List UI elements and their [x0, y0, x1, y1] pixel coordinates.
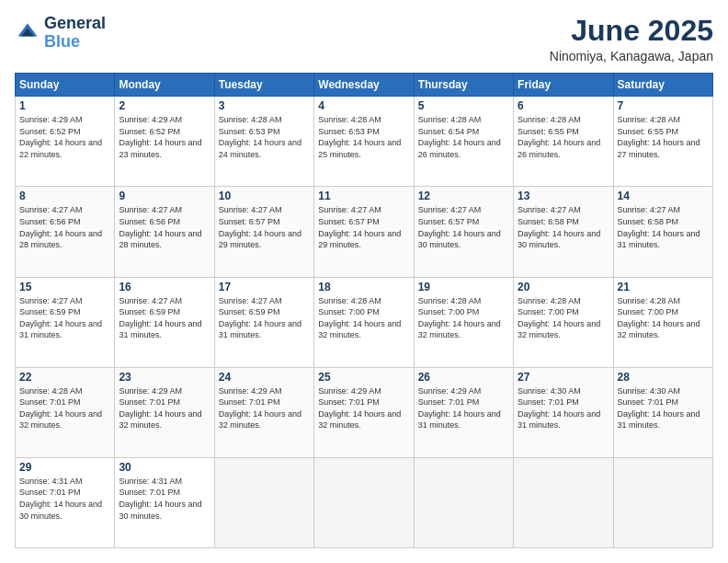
day-number: 11: [318, 190, 409, 202]
table-row: 27 Sunrise: 4:30 AM Sunset: 7:01 PM Dayl…: [514, 367, 613, 457]
table-row: 19 Sunrise: 4:28 AM Sunset: 7:00 PM Dayl…: [414, 277, 513, 367]
day-number: 8: [19, 190, 110, 202]
day-info: Sunrise: 4:28 AM Sunset: 7:00 PM Dayligh…: [418, 295, 509, 341]
day-info: Sunrise: 4:27 AM Sunset: 6:57 PM Dayligh…: [418, 204, 509, 250]
day-number: 15: [19, 281, 110, 293]
table-row: 16 Sunrise: 4:27 AM Sunset: 6:59 PM Dayl…: [115, 277, 214, 367]
day-info: Sunrise: 4:27 AM Sunset: 6:58 PM Dayligh…: [518, 204, 609, 250]
day-info: Sunrise: 4:27 AM Sunset: 6:56 PM Dayligh…: [19, 204, 110, 250]
page: General Blue June 2025 Ninomiya, Kanagaw…: [0, 0, 728, 563]
day-number: 27: [518, 371, 609, 384]
col-friday: Friday: [514, 74, 613, 97]
day-number: 2: [119, 99, 210, 112]
table-row: 10 Sunrise: 4:27 AM Sunset: 6:57 PM Dayl…: [214, 187, 313, 277]
table-row: 30 Sunrise: 4:31 AM Sunset: 7:01 PM Dayl…: [115, 457, 214, 547]
day-info: Sunrise: 4:27 AM Sunset: 6:57 PM Dayligh…: [318, 204, 409, 250]
table-row: [514, 457, 613, 547]
day-number: 28: [618, 371, 709, 384]
table-row: 6 Sunrise: 4:28 AM Sunset: 6:55 PM Dayli…: [514, 97, 613, 187]
day-info: Sunrise: 4:27 AM Sunset: 6:59 PM Dayligh…: [219, 295, 310, 341]
table-row: 18 Sunrise: 4:28 AM Sunset: 7:00 PM Dayl…: [314, 277, 414, 367]
col-sunday: Sunday: [16, 74, 115, 97]
table-row: 4 Sunrise: 4:28 AM Sunset: 6:53 PM Dayli…: [314, 97, 414, 187]
day-number: 5: [418, 99, 509, 112]
day-number: 30: [119, 461, 210, 474]
page-subtitle: Ninomiya, Kanagawa, Japan: [550, 49, 713, 63]
day-info: Sunrise: 4:29 AM Sunset: 7:01 PM Dayligh…: [219, 385, 310, 431]
day-info: Sunrise: 4:28 AM Sunset: 7:00 PM Dayligh…: [518, 295, 609, 341]
day-number: 22: [19, 371, 110, 384]
day-number: 4: [318, 99, 409, 112]
day-number: 29: [19, 461, 110, 474]
table-row: 13 Sunrise: 4:27 AM Sunset: 6:58 PM Dayl…: [514, 187, 613, 277]
day-number: 12: [418, 190, 509, 202]
day-info: Sunrise: 4:27 AM Sunset: 6:57 PM Dayligh…: [219, 204, 310, 250]
day-number: 19: [418, 281, 509, 293]
day-info: Sunrise: 4:27 AM Sunset: 6:59 PM Dayligh…: [119, 295, 210, 341]
table-row: 24 Sunrise: 4:29 AM Sunset: 7:01 PM Dayl…: [214, 367, 313, 457]
table-row: 7 Sunrise: 4:28 AM Sunset: 6:55 PM Dayli…: [613, 97, 712, 187]
table-row: 2 Sunrise: 4:29 AM Sunset: 6:52 PM Dayli…: [115, 97, 214, 187]
table-row: 5 Sunrise: 4:28 AM Sunset: 6:54 PM Dayli…: [414, 97, 513, 187]
day-info: Sunrise: 4:29 AM Sunset: 7:01 PM Dayligh…: [318, 385, 409, 431]
day-number: 20: [518, 281, 609, 293]
col-monday: Monday: [115, 74, 214, 97]
table-row: 3 Sunrise: 4:28 AM Sunset: 6:53 PM Dayli…: [214, 97, 313, 187]
day-info: Sunrise: 4:28 AM Sunset: 7:00 PM Dayligh…: [618, 295, 709, 341]
day-info: Sunrise: 4:30 AM Sunset: 7:01 PM Dayligh…: [618, 385, 709, 431]
title-block: June 2025 Ninomiya, Kanagawa, Japan: [550, 15, 713, 63]
calendar-week-row: 15 Sunrise: 4:27 AM Sunset: 6:59 PM Dayl…: [16, 277, 713, 367]
table-row: 15 Sunrise: 4:27 AM Sunset: 6:59 PM Dayl…: [16, 277, 115, 367]
day-info: Sunrise: 4:28 AM Sunset: 7:00 PM Dayligh…: [318, 295, 409, 341]
day-info: Sunrise: 4:28 AM Sunset: 6:55 PM Dayligh…: [618, 114, 709, 160]
day-info: Sunrise: 4:28 AM Sunset: 7:01 PM Dayligh…: [19, 385, 110, 431]
table-row: [314, 457, 414, 547]
day-number: 13: [518, 190, 609, 202]
table-row: 11 Sunrise: 4:27 AM Sunset: 6:57 PM Dayl…: [314, 187, 414, 277]
header: General Blue June 2025 Ninomiya, Kanagaw…: [15, 15, 713, 63]
table-row: 20 Sunrise: 4:28 AM Sunset: 7:00 PM Dayl…: [514, 277, 613, 367]
day-info: Sunrise: 4:31 AM Sunset: 7:01 PM Dayligh…: [119, 476, 210, 522]
table-row: 1 Sunrise: 4:29 AM Sunset: 6:52 PM Dayli…: [16, 97, 115, 187]
day-info: Sunrise: 4:28 AM Sunset: 6:54 PM Dayligh…: [418, 114, 509, 160]
table-row: 26 Sunrise: 4:29 AM Sunset: 7:01 PM Dayl…: [414, 367, 513, 457]
day-number: 18: [318, 281, 409, 293]
day-number: 24: [219, 371, 310, 384]
day-number: 7: [618, 99, 709, 112]
table-row: 29 Sunrise: 4:31 AM Sunset: 7:01 PM Dayl…: [16, 457, 115, 547]
logo-icon: [15, 20, 40, 46]
table-row: 12 Sunrise: 4:27 AM Sunset: 6:57 PM Dayl…: [414, 187, 513, 277]
day-info: Sunrise: 4:28 AM Sunset: 6:55 PM Dayligh…: [518, 114, 609, 160]
calendar-week-row: 8 Sunrise: 4:27 AM Sunset: 6:56 PM Dayli…: [16, 187, 713, 277]
table-row: 25 Sunrise: 4:29 AM Sunset: 7:01 PM Dayl…: [314, 367, 414, 457]
day-info: Sunrise: 4:29 AM Sunset: 7:01 PM Dayligh…: [418, 385, 509, 431]
day-number: 17: [219, 281, 310, 293]
day-info: Sunrise: 4:27 AM Sunset: 6:59 PM Dayligh…: [19, 295, 110, 341]
table-row: 14 Sunrise: 4:27 AM Sunset: 6:58 PM Dayl…: [613, 187, 712, 277]
col-tuesday: Tuesday: [214, 74, 313, 97]
day-number: 16: [119, 281, 210, 293]
day-number: 25: [318, 371, 409, 384]
logo-text: General Blue: [44, 15, 106, 52]
day-number: 6: [518, 99, 609, 112]
calendar-table: Sunday Monday Tuesday Wednesday Thursday…: [15, 73, 713, 548]
table-row: 9 Sunrise: 4:27 AM Sunset: 6:56 PM Dayli…: [115, 187, 214, 277]
table-row: 17 Sunrise: 4:27 AM Sunset: 6:59 PM Dayl…: [214, 277, 313, 367]
day-info: Sunrise: 4:29 AM Sunset: 7:01 PM Dayligh…: [119, 385, 210, 431]
col-thursday: Thursday: [414, 74, 513, 97]
calendar-week-row: 1 Sunrise: 4:29 AM Sunset: 6:52 PM Dayli…: [16, 97, 713, 187]
table-row: 8 Sunrise: 4:27 AM Sunset: 6:56 PM Dayli…: [16, 187, 115, 277]
day-number: 1: [19, 99, 110, 112]
table-row: [214, 457, 313, 547]
table-row: [414, 457, 513, 547]
col-saturday: Saturday: [613, 74, 712, 97]
calendar-header-row: Sunday Monday Tuesday Wednesday Thursday…: [16, 74, 713, 97]
day-number: 26: [418, 371, 509, 384]
col-wednesday: Wednesday: [314, 74, 414, 97]
day-info: Sunrise: 4:29 AM Sunset: 6:52 PM Dayligh…: [19, 114, 110, 160]
logo: General Blue: [15, 15, 106, 52]
page-title: June 2025: [550, 15, 713, 47]
day-info: Sunrise: 4:28 AM Sunset: 6:53 PM Dayligh…: [318, 114, 409, 160]
day-number: 9: [119, 190, 210, 202]
day-number: 23: [119, 371, 210, 384]
